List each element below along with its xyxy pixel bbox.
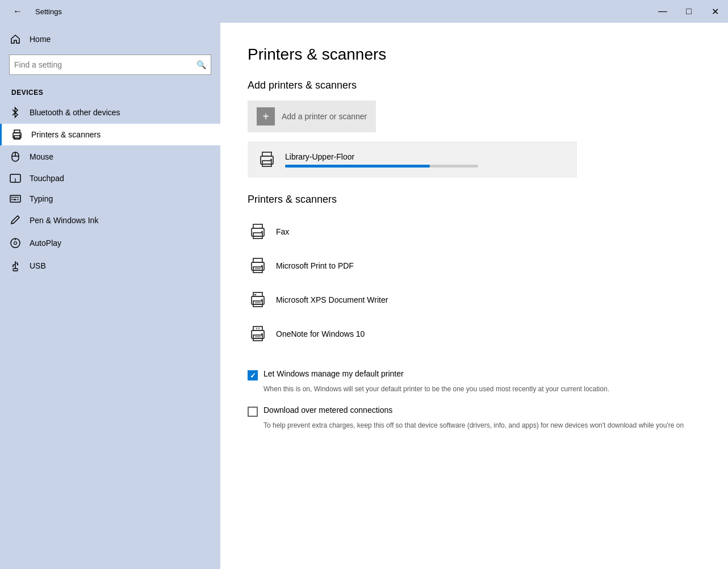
svg-rect-15 (14, 199, 16, 200)
svg-rect-10 (11, 197, 12, 198)
pdf-label: Microsoft Print to PDF (276, 261, 354, 270)
checkbox2[interactable] (248, 407, 258, 417)
svg-rect-37 (253, 258, 262, 262)
sidebar-item-mouse[interactable]: Mouse (0, 145, 220, 168)
svg-rect-13 (18, 197, 19, 198)
svg-rect-12 (15, 197, 16, 198)
svg-rect-16 (18, 199, 19, 200)
sidebar-item-touchpad[interactable]: Touchpad (0, 168, 220, 189)
svg-rect-9 (10, 195, 20, 202)
typing-label: Typing (30, 194, 53, 203)
sidebar-item-home[interactable]: Home (0, 23, 220, 50)
touchpad-icon (9, 174, 22, 183)
checkbox-section-1: ✓ Let Windows manage my default printer … (248, 369, 701, 394)
svg-point-39 (261, 265, 263, 267)
xps-label: Microsoft XPS Document Writer (276, 295, 388, 304)
library-item-text: Library-Upper-Floor (285, 152, 478, 168)
svg-rect-29 (262, 152, 271, 156)
sidebar-item-usb[interactable]: USB (0, 254, 220, 277)
home-icon (9, 34, 22, 44)
progress-bar-background (285, 165, 478, 168)
titlebar-left: ← Settings (5, 0, 62, 23)
autoplay-icon (9, 237, 22, 249)
onenote-printer-icon (248, 324, 268, 344)
svg-point-27 (12, 266, 14, 267)
titlebar-title: Settings (35, 7, 62, 16)
add-printer-label: Add a printer or scanner (282, 112, 367, 121)
svg-rect-38 (253, 267, 262, 273)
fax-label: Fax (276, 227, 289, 236)
plus-icon: + (257, 107, 275, 125)
search-box[interactable]: 🔍 (9, 55, 211, 75)
home-label: Home (30, 35, 51, 44)
close-button[interactable]: ✕ (702, 0, 728, 23)
svg-rect-34 (253, 233, 262, 239)
printer-item-fax[interactable]: Fax (248, 215, 577, 249)
printers-label: Printers & scanners (31, 130, 101, 139)
touchpad-label: Touchpad (30, 174, 64, 183)
library-printer-icon (257, 149, 277, 170)
svg-rect-2 (14, 136, 20, 139)
svg-rect-44 (253, 301, 262, 307)
checkbox1[interactable]: ✓ (248, 370, 258, 380)
mouse-icon (9, 151, 22, 162)
sidebar-item-pen[interactable]: Pen & Windows Ink (0, 209, 220, 232)
printers-section-title: Printers & scanners (248, 194, 701, 206)
usb-icon (9, 260, 22, 271)
onenote-label: OneNote for Windows 10 (276, 329, 365, 338)
add-printer-button[interactable]: + Add a printer or scanner (248, 101, 376, 132)
svg-rect-11 (14, 197, 15, 198)
sidebar-item-typing[interactable]: Typing (0, 189, 220, 209)
svg-rect-33 (253, 224, 262, 228)
checkbox1-label: Let Windows manage my default printer (263, 369, 404, 378)
titlebar-controls: — □ ✕ (650, 0, 728, 23)
page-title: Printers & scanners (248, 45, 701, 64)
sidebar-item-autoplay[interactable]: AutoPlay (0, 232, 220, 254)
checkbox1-description: When this is on, Windows will set your d… (263, 384, 701, 394)
checkbox2-description: To help prevent extra charges, keep this… (263, 420, 701, 430)
checkbox1-check: ✓ (250, 372, 256, 379)
checkbox-section-2: Download over metered connections To hel… (248, 405, 701, 430)
sidebar-item-bluetooth[interactable]: Bluetooth & other devices (0, 101, 220, 124)
titlebar: ← Settings — □ ✕ (0, 0, 728, 23)
usb-label: USB (30, 261, 46, 270)
sidebar-item-printers[interactable]: Printers & scanners (0, 124, 220, 145)
printer-item-xps[interactable]: Microsoft XPS Document Writer (248, 283, 577, 317)
svg-rect-21 (13, 269, 18, 271)
svg-rect-52 (253, 335, 262, 341)
printer-nav-icon (11, 129, 23, 140)
svg-rect-30 (262, 161, 271, 166)
svg-point-53 (261, 333, 263, 335)
bluetooth-icon (9, 107, 22, 118)
svg-point-35 (261, 231, 263, 233)
svg-point-3 (19, 135, 20, 136)
main-layout: Home 🔍 Devices Bluetooth & other devices (0, 23, 728, 569)
checkbox2-row: Download over metered connections (248, 405, 701, 417)
pdf-printer-icon (248, 256, 268, 276)
search-icon: 🔍 (196, 60, 206, 69)
sidebar: Home 🔍 Devices Bluetooth & other devices (0, 23, 220, 569)
fax-icon (248, 221, 268, 242)
svg-rect-51 (253, 327, 262, 330)
search-input[interactable] (14, 60, 196, 69)
svg-rect-14 (11, 199, 12, 200)
library-printer-item[interactable]: Library-Upper-Floor (248, 141, 577, 178)
typing-icon (9, 195, 22, 203)
bluetooth-label: Bluetooth & other devices (30, 108, 120, 117)
pen-icon (9, 215, 22, 226)
content-area: Printers & scanners Add printers & scann… (220, 23, 728, 569)
svg-point-18 (14, 242, 17, 245)
pen-label: Pen & Windows Ink (30, 216, 98, 225)
svg-point-26 (17, 264, 18, 265)
sidebar-section-label: Devices (0, 84, 220, 101)
back-button[interactable]: ← (5, 0, 31, 23)
library-printer-name: Library-Upper-Floor (285, 152, 478, 161)
printer-item-pdf[interactable]: Microsoft Print to PDF (248, 249, 577, 283)
printer-item-onenote[interactable]: OneNote for Windows 10 (248, 317, 577, 351)
minimize-button[interactable]: — (650, 0, 676, 23)
svg-rect-1 (14, 130, 20, 133)
progress-bar-fill (285, 165, 430, 168)
maximize-button[interactable]: □ (676, 0, 702, 23)
add-section-title: Add printers & scanners (248, 80, 701, 91)
checkbox2-label: Download over metered connections (263, 405, 392, 415)
